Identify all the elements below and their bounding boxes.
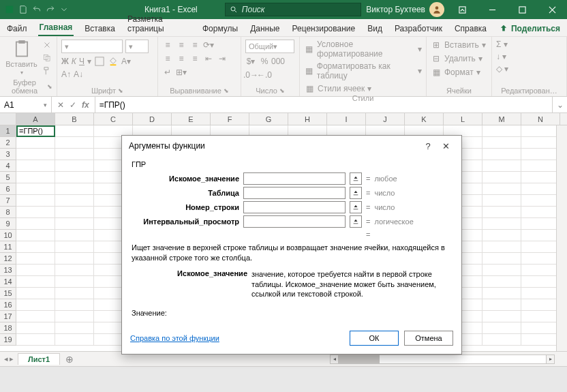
cell[interactable] xyxy=(55,276,94,288)
row-header[interactable]: 4 xyxy=(0,160,16,172)
cell[interactable] xyxy=(55,125,94,137)
inc-decimal-icon[interactable]: .0→ xyxy=(245,70,256,80)
cell[interactable] xyxy=(521,265,560,276)
align-right-icon[interactable]: ≡ xyxy=(189,53,200,64)
comma-icon[interactable]: 000 xyxy=(273,56,284,67)
cell[interactable] xyxy=(521,334,560,346)
cell[interactable] xyxy=(55,137,94,149)
col-C[interactable]: C xyxy=(94,113,133,125)
arg4-input[interactable] xyxy=(243,215,346,228)
col-H[interactable]: H xyxy=(288,113,327,125)
row-header[interactable]: 6 xyxy=(0,183,16,195)
fill-icon[interactable]: ↓ ▾ xyxy=(496,52,506,61)
col-L[interactable]: L xyxy=(444,113,482,125)
cell[interactable] xyxy=(482,311,521,322)
indent-dec-icon[interactable]: ⇤ xyxy=(203,53,214,64)
cell[interactable] xyxy=(16,172,55,183)
col-J[interactable]: J xyxy=(366,113,405,125)
col-M[interactable]: M xyxy=(482,113,521,125)
cell[interactable] xyxy=(521,230,560,241)
row-header[interactable]: 12 xyxy=(0,253,16,265)
hscroll-thumb[interactable] xyxy=(339,355,380,363)
row-header[interactable]: 3 xyxy=(0,149,16,160)
dialog-help-icon[interactable]: ? xyxy=(419,141,437,151)
row-header[interactable]: 13 xyxy=(0,265,16,276)
align-top-icon[interactable]: ≡ xyxy=(162,40,173,50)
cell[interactable] xyxy=(16,311,55,322)
tab-developer[interactable]: Разработчик xyxy=(393,21,444,36)
cell[interactable]: =ГПР() xyxy=(16,125,55,137)
cell[interactable] xyxy=(16,276,55,288)
cell[interactable] xyxy=(16,253,55,265)
cell[interactable] xyxy=(16,160,55,172)
row-header[interactable]: 7 xyxy=(0,195,16,207)
hscroll-left-icon[interactable]: ◂ xyxy=(331,355,339,363)
row-header[interactable]: 10 xyxy=(0,230,16,241)
cell[interactable] xyxy=(55,183,94,195)
qa-dropdown-icon[interactable] xyxy=(59,4,70,15)
cell[interactable] xyxy=(55,311,94,322)
dialog-close-icon[interactable]: ✕ xyxy=(437,141,455,151)
cond-format-button[interactable]: ▦Условное форматирование ▾ xyxy=(304,40,422,59)
dialog-launcher-icon[interactable]: ⬊ xyxy=(279,87,285,94)
insert-cells-button[interactable]: ⊞Вставить ▾ xyxy=(431,40,486,50)
fx-icon[interactable]: fx xyxy=(82,100,89,110)
cell[interactable] xyxy=(482,207,521,218)
user-account[interactable]: Виктор Бухтеев xyxy=(366,2,447,17)
cell[interactable] xyxy=(16,207,55,218)
cell[interactable] xyxy=(482,288,521,299)
increase-font-icon[interactable]: A↑ xyxy=(61,70,71,79)
indent-inc-icon[interactable]: ⇥ xyxy=(217,53,228,64)
cell[interactable] xyxy=(482,218,521,230)
horizontal-scrollbar[interactable]: ◂ ▸ xyxy=(330,355,555,364)
enter-formula-icon[interactable]: ✓ xyxy=(70,100,76,110)
cell[interactable] xyxy=(482,241,521,253)
fill-color-icon[interactable] xyxy=(108,56,119,67)
paste-button[interactable]: Вставить ▾ xyxy=(4,40,39,76)
currency-icon[interactable]: $▾ xyxy=(245,56,256,67)
arg2-collapse-icon[interactable] xyxy=(350,187,362,199)
cell[interactable] xyxy=(16,288,55,299)
cell[interactable] xyxy=(16,241,55,253)
cancel-formula-icon[interactable]: ✕ xyxy=(57,100,64,110)
row-header[interactable]: 1 xyxy=(0,125,16,137)
cell[interactable] xyxy=(482,149,521,160)
col-G[interactable]: G xyxy=(249,113,288,125)
row-header[interactable]: 15 xyxy=(0,288,16,299)
clear-icon[interactable]: ◇ ▾ xyxy=(496,64,508,74)
cell[interactable] xyxy=(16,183,55,195)
arg1-collapse-icon[interactable] xyxy=(350,172,362,185)
cell[interactable] xyxy=(521,195,560,207)
cell[interactable] xyxy=(16,265,55,276)
cell[interactable] xyxy=(55,334,94,346)
font-name[interactable]: ▾ xyxy=(61,40,123,53)
hscroll-right-icon[interactable]: ▸ xyxy=(546,355,554,363)
redo-icon[interactable] xyxy=(45,4,56,15)
format-table-button[interactable]: ▦Форматировать как таблицу ▾ xyxy=(304,61,422,80)
row-header[interactable]: 5 xyxy=(0,172,16,183)
cell[interactable] xyxy=(55,218,94,230)
name-box[interactable]: A1▾ xyxy=(0,97,52,112)
dialog-titlebar[interactable]: Аргументы функции ? ✕ xyxy=(122,136,461,156)
border-icon[interactable] xyxy=(94,56,105,67)
cell[interactable] xyxy=(521,207,560,218)
cell[interactable] xyxy=(482,334,521,346)
maximize-button[interactable] xyxy=(507,0,537,19)
cell[interactable] xyxy=(55,149,94,160)
cell[interactable] xyxy=(482,195,521,207)
tab-insert[interactable]: Вставка xyxy=(83,21,117,36)
align-center-icon[interactable]: ≡ xyxy=(176,53,187,64)
dialog-launcher-icon[interactable]: ⬊ xyxy=(47,83,52,90)
close-button[interactable] xyxy=(537,0,567,19)
col-A[interactable]: A xyxy=(16,113,55,125)
cell[interactable] xyxy=(16,195,55,207)
cell[interactable] xyxy=(521,125,560,137)
save-icon[interactable] xyxy=(18,4,29,15)
tab-help[interactable]: Справка xyxy=(453,21,488,36)
number-format[interactable]: Общий ▾ xyxy=(245,40,294,53)
row-header[interactable]: 18 xyxy=(0,322,16,334)
ribbon-options-icon[interactable] xyxy=(447,0,477,19)
dec-decimal-icon[interactable]: ←.0 xyxy=(259,70,270,80)
cell[interactable] xyxy=(55,241,94,253)
tab-view[interactable]: Вид xyxy=(366,21,384,36)
